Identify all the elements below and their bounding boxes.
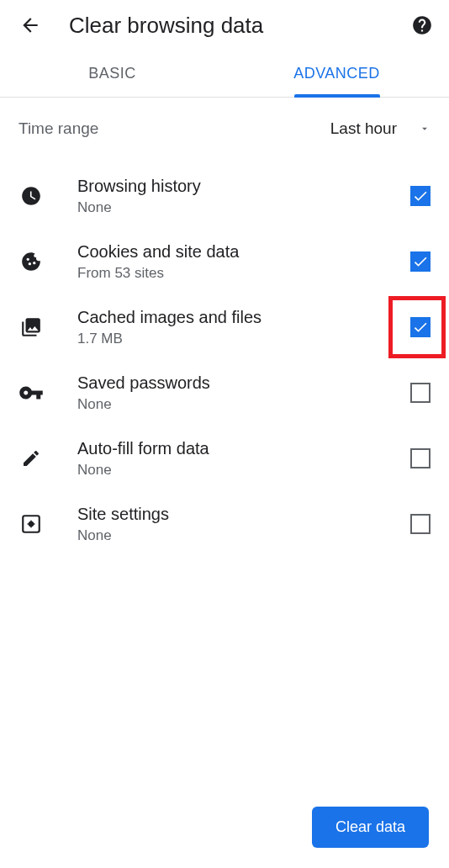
option-subtitle: None <box>77 396 410 413</box>
option-title: Cookies and site data <box>77 242 410 262</box>
svg-point-1 <box>29 521 34 527</box>
option-browsing-history[interactable]: Browsing history None <box>0 163 449 229</box>
option-title: Browsing history <box>77 177 410 196</box>
option-subtitle: None <box>77 199 410 216</box>
tab-basic[interactable]: BASIC <box>0 50 225 97</box>
images-icon <box>18 315 44 340</box>
option-title: Site settings <box>77 505 410 524</box>
checkbox-browsing-history[interactable] <box>410 186 431 206</box>
time-range-label: Time range <box>18 119 330 138</box>
arrow-back-icon <box>19 14 41 36</box>
option-subtitle: None <box>77 462 410 479</box>
page-title: Clear browsing data <box>69 13 410 39</box>
option-cookies[interactable]: Cookies and site data From 53 sites <box>0 229 449 294</box>
option-passwords[interactable]: Saved passwords None <box>0 360 449 426</box>
option-autofill[interactable]: Auto-fill form data None <box>0 426 449 491</box>
checkbox-autofill[interactable] <box>410 448 431 468</box>
option-title: Auto-fill form data <box>77 439 410 458</box>
check-icon <box>412 319 429 336</box>
time-range-dropdown[interactable]: Last hour <box>330 119 431 138</box>
site-settings-icon <box>18 511 44 537</box>
option-cached[interactable]: Cached images and files 1.7 MB <box>0 294 449 360</box>
help-icon <box>411 14 433 36</box>
option-subtitle: From 53 sites <box>77 265 410 282</box>
check-icon <box>412 253 429 270</box>
help-button[interactable] <box>410 13 434 37</box>
pencil-icon <box>18 446 44 471</box>
chevron-down-icon <box>419 123 431 135</box>
tab-advanced[interactable]: ADVANCED <box>225 50 449 97</box>
time-range-value: Last hour <box>330 119 397 138</box>
checkbox-site-settings[interactable] <box>410 514 431 534</box>
clock-icon <box>18 183 44 209</box>
key-icon <box>18 380 44 405</box>
checkbox-cookies[interactable] <box>410 251 431 272</box>
checkbox-passwords[interactable] <box>410 383 431 403</box>
option-subtitle: 1.7 MB <box>77 331 410 347</box>
back-button[interactable] <box>15 10 45 40</box>
check-icon <box>412 188 429 204</box>
option-title: Cached images and files <box>77 308 410 327</box>
option-title: Saved passwords <box>77 373 410 393</box>
checkbox-cached[interactable] <box>410 317 431 337</box>
cookie-icon <box>18 249 44 274</box>
clear-data-button[interactable]: Clear data <box>312 807 429 848</box>
option-subtitle: None <box>77 527 410 544</box>
option-site-settings[interactable]: Site settings None <box>0 491 449 557</box>
